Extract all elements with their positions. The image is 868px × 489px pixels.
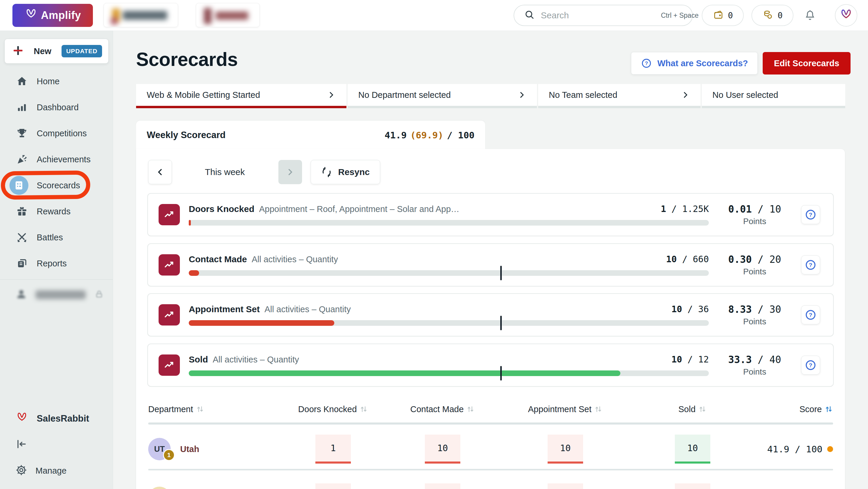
search-box[interactable]: Ctrl + Space <box>514 5 693 26</box>
sidebar-item-home[interactable]: Home <box>0 68 113 94</box>
gift-icon <box>16 205 28 218</box>
filter-department[interactable]: No Department selected <box>348 84 537 108</box>
doors-knocked-value: 0 <box>315 483 351 489</box>
goal-marker <box>500 266 502 280</box>
weekly-score: 41.9 (69.9) / 100 <box>384 130 474 140</box>
weekly-scorecard-tab[interactable]: Weekly Scorecard 41.9 (69.9) / 100 <box>136 121 485 150</box>
user-avatar[interactable] <box>835 4 857 27</box>
svg-text:?: ? <box>809 262 812 268</box>
appointment-set-value: 0 <box>548 483 583 489</box>
column-appointment-set[interactable]: Appointment Set <box>503 404 627 414</box>
column-sold[interactable]: Sold <box>627 404 758 414</box>
column-contact-made[interactable]: Contact Made <box>382 404 503 414</box>
filter-scorecard[interactable]: Web & Mobile Getting Started <box>136 84 346 108</box>
previous-week-button[interactable] <box>148 160 172 184</box>
sidebar-item-scorecards[interactable]: Scorecards <box>0 172 113 198</box>
sidebar-item-rewards[interactable]: Rewards <box>0 198 113 224</box>
table-header: Department Doors Knocked Contact Made Ap… <box>148 399 833 420</box>
trend-up-icon <box>159 254 180 275</box>
metric-help-button[interactable]: ? <box>801 305 820 324</box>
lock-icon <box>94 289 104 300</box>
column-score-sorted[interactable]: Score <box>758 404 833 414</box>
table-row-utah[interactable]: UT 1 Utah 1 10 10 10 41.9 / 100 <box>148 427 833 471</box>
salesrabbit-link[interactable]: SalesRabbit <box>0 405 113 432</box>
sold-value: 0 <box>675 483 710 489</box>
scorecard-panel: This week Resync Doors Knocked Appointme… <box>136 149 845 489</box>
chevron-right-icon <box>327 91 336 99</box>
question-circle-icon: ? <box>804 308 817 321</box>
goal-marker <box>500 366 502 381</box>
doors-knocked-value: 1 <box>315 434 351 464</box>
scorecard-filters: Web & Mobile Getting Started No Departme… <box>136 84 845 108</box>
sidebar-item-dashboard[interactable]: Dashboard <box>0 94 113 120</box>
svg-text:?: ? <box>809 362 812 368</box>
metric-count: 1 / 1.25K <box>661 204 709 214</box>
question-circle-icon: ? <box>804 208 817 221</box>
blurred-label <box>35 290 86 299</box>
crossed-swords-icon <box>16 231 28 244</box>
sidebar-item-achievements[interactable]: Achievements <box>0 146 113 172</box>
salesrabbit-icon <box>16 412 28 426</box>
sold-value: 10 <box>675 434 710 464</box>
goal-marker <box>500 316 502 330</box>
blurred-user-chip[interactable] <box>196 3 260 27</box>
question-circle-icon: ? <box>641 58 652 69</box>
metric-help-button[interactable]: ? <box>801 356 820 374</box>
svg-text:?: ? <box>809 212 812 218</box>
progress-bar <box>189 220 709 226</box>
department-name: Utah <box>180 444 199 454</box>
question-circle-icon: ? <box>804 259 817 271</box>
refresh-icon <box>321 166 332 178</box>
sidebar-item-competitions[interactable]: Competitions <box>0 120 113 146</box>
what-are-scorecards-button[interactable]: ? What are Scorecards? <box>631 52 758 74</box>
gear-icon <box>16 464 27 477</box>
new-button[interactable]: New UPDATED <box>4 39 108 64</box>
sidebar: New UPDATED Home Dashboard Competitio <box>0 31 113 489</box>
rank-badge: 1 <box>163 449 175 461</box>
metric-help-button[interactable]: ? <box>801 255 820 274</box>
collapse-icon <box>16 438 28 452</box>
metric-points: 8.33 / 30 Points <box>718 304 792 326</box>
main-content: Scorecards ? What are Scorecards? Edit S… <box>113 31 868 489</box>
search-input[interactable] <box>541 10 655 21</box>
logo-text: Amplify <box>41 9 81 22</box>
metric-points: 0.01 / 10 Points <box>718 203 792 226</box>
sidebar-item-coaching-blurred[interactable] <box>0 282 113 308</box>
trophy-icon <box>16 127 28 140</box>
sidebar-item-reports[interactable]: Reports <box>0 251 113 276</box>
sort-icon <box>594 405 602 413</box>
progress-bar <box>189 370 709 376</box>
page-title: Scorecards <box>136 48 238 70</box>
blurred-workspace-chip[interactable] <box>103 3 178 27</box>
column-doors-knocked[interactable]: Doors Knocked <box>284 404 382 414</box>
question-circle-icon: ? <box>804 359 817 371</box>
metric-count: 10 / 660 <box>666 254 709 264</box>
party-popper-icon <box>16 153 28 166</box>
trend-up-icon <box>159 304 180 326</box>
wallet-button[interactable]: 0 <box>702 5 744 26</box>
table-row-florida[interactable]: FL 2 Florida 0 0 0 0 0 / 100 <box>148 476 833 489</box>
filter-team[interactable]: No Team selected <box>538 84 701 108</box>
metric-help-button[interactable]: ? <box>801 205 820 224</box>
sort-icon <box>196 405 205 413</box>
resync-button[interactable]: Resync <box>311 160 380 184</box>
amplify-logo[interactable]: Amplify <box>12 4 93 27</box>
notifications-button[interactable] <box>802 8 818 23</box>
edit-scorecards-button[interactable]: Edit Scorecards <box>763 52 850 74</box>
bar-chart-icon <box>16 101 28 114</box>
column-department[interactable]: Department <box>148 404 284 414</box>
coins-button[interactable]: 0 <box>751 5 794 26</box>
wallet-icon <box>713 9 724 22</box>
table-header-rule <box>148 422 833 425</box>
metric-points: 0.30 / 20 Points <box>718 254 792 276</box>
manage-button[interactable]: Manage <box>0 458 113 484</box>
search-icon <box>524 9 535 21</box>
filter-user[interactable]: No User selected <box>702 84 845 108</box>
updated-badge: UPDATED <box>62 45 102 57</box>
collapse-sidebar-button[interactable] <box>0 432 113 458</box>
avatar: FL 2 <box>148 487 171 489</box>
sidebar-item-battles[interactable]: Battles <box>0 224 113 251</box>
svg-text:?: ? <box>645 60 648 66</box>
reports-icon <box>16 257 28 270</box>
next-week-button-disabled[interactable] <box>278 160 302 184</box>
